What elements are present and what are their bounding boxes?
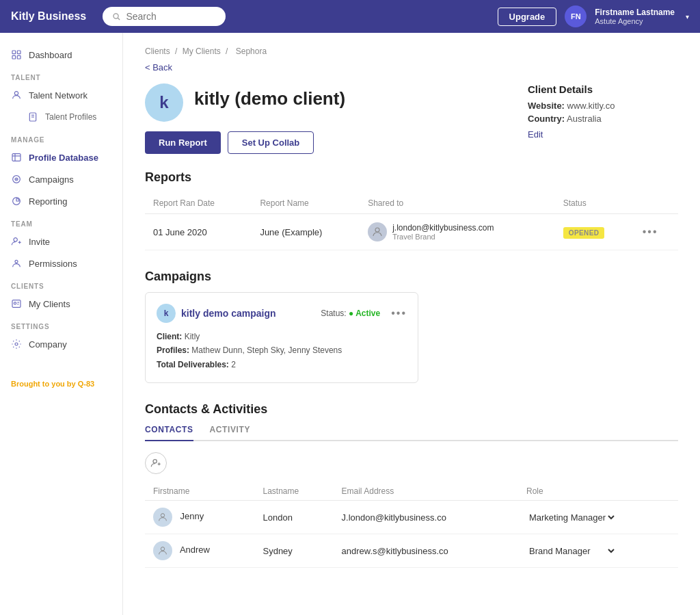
campaign-status: Status: ● Active (321, 309, 380, 318)
sidebar-item-profile-database[interactable]: Profile Database (0, 146, 122, 168)
tab-contacts[interactable]: CONTACTS (145, 425, 193, 441)
campaigns-label: Campaigns (29, 174, 74, 185)
col-report-date: Report Ran Date (145, 193, 252, 214)
client-details-title: Client Details (528, 83, 678, 95)
status-value: ● (349, 309, 355, 318)
report-more-actions[interactable]: ••• (634, 214, 678, 250)
svg-point-31 (161, 547, 164, 551)
sidebar: Dashboard TALENT Talent Network Talent P… (0, 33, 123, 615)
contact-avatar-1 (153, 508, 172, 527)
client-logo: k (145, 83, 183, 122)
report-name: June (Example) (252, 214, 360, 250)
back-link[interactable]: < Back (145, 62, 172, 73)
report-shared: j.london@kitlybusiness.com Travel Brand (360, 214, 555, 250)
client-country-row: Country: Australia (528, 114, 678, 124)
upgrade-button[interactable]: Upgrade (498, 8, 557, 26)
shared-avatar (368, 222, 387, 241)
avatar: FN (565, 5, 587, 27)
sidebar-item-reporting[interactable]: Reporting (0, 190, 122, 212)
sidebar-item-talent-network[interactable]: Talent Network (0, 84, 122, 106)
status-label: Status: (321, 309, 346, 318)
breadcrumb-clients[interactable]: Clients (145, 47, 170, 56)
profile-database-icon (11, 152, 22, 163)
reports-section-title: Reports (145, 170, 678, 185)
search-input[interactable] (126, 11, 216, 22)
campaigns-icon (11, 174, 22, 185)
svg-point-20 (15, 260, 18, 263)
company-label: Company (29, 339, 67, 350)
col-status: Status (555, 193, 634, 214)
add-contact-button[interactable] (145, 452, 167, 474)
contact-email-1: J.london@kitlybusiness.co (334, 501, 518, 534)
contact-firstname-1: Jenny (145, 501, 254, 534)
col-firstname: Firstname (145, 482, 254, 501)
campaign-profiles-row: Profiles: Mathew Dunn, Steph Sky, Jenny … (157, 343, 407, 357)
topnav: Kitly Business Upgrade FN Firstname Last… (0, 0, 700, 33)
settings-section-label: SETTINGS (0, 315, 122, 333)
sidebar-item-dashboard[interactable]: Dashboard (0, 44, 122, 66)
svg-point-30 (161, 514, 164, 517)
search-bar[interactable] (103, 7, 226, 26)
client-header: k kitly (demo client) Run Report Set Up … (145, 83, 678, 154)
sidebar-item-permissions[interactable]: Permissions (0, 252, 122, 274)
sidebar-item-campaigns[interactable]: Campaigns (0, 168, 122, 190)
run-report-button[interactable]: Run Report (145, 131, 221, 154)
user-name: Firstname Lastname (595, 8, 675, 17)
contacts-section: Contacts & Activities CONTACTS ACTIVITY … (145, 402, 678, 568)
contact-role-2[interactable]: Brand Manager Marketing Manager (518, 534, 678, 568)
breadcrumb-current: Sephora (236, 47, 267, 56)
shared-email: j.london@kitlybusiness.com (392, 223, 494, 233)
reporting-label: Reporting (29, 196, 67, 207)
campaign-more-button[interactable]: ••• (391, 307, 407, 319)
sidebar-item-my-clients[interactable]: My Clients (0, 293, 122, 315)
campaign-name[interactable]: kitly demo campaign (181, 308, 275, 319)
talent-profiles-icon (27, 112, 38, 122)
breadcrumb-sep1: / (175, 47, 180, 56)
svg-point-0 (113, 14, 118, 18)
svg-rect-5 (17, 55, 21, 59)
edit-link[interactable]: Edit (528, 129, 543, 140)
app-brand: Kitly Business (11, 10, 86, 23)
svg-point-25 (15, 343, 18, 345)
user-menu-chevron[interactable]: ▾ (686, 13, 689, 21)
user-agency: Astute Agency (595, 17, 675, 25)
report-date: 01 June 2020 (145, 214, 252, 250)
status-badge: OPENED (563, 227, 605, 239)
col-actions (634, 193, 678, 214)
sidebar-item-invite[interactable]: Invite (0, 231, 122, 252)
col-shared-to: Shared to (360, 193, 555, 214)
contacts-tabs: CONTACTS ACTIVITY (145, 425, 678, 441)
contacts-table: Firstname Lastname Email Address Role Je… (145, 482, 678, 568)
branding-brand[interactable]: Q-83 (78, 380, 94, 388)
contact-role-1[interactable]: Marketing Manager Brand Manager (518, 501, 678, 534)
clients-section-label: CLIENTS (0, 274, 122, 293)
layout: Dashboard TALENT Talent Network Talent P… (0, 33, 700, 615)
table-row: 01 June 2020 June (Example) j.london@kit… (145, 214, 678, 250)
contact-firstname-2: Andrew (145, 534, 254, 568)
more-options-button[interactable]: ••• (643, 226, 658, 238)
campaign-card: k kitly demo campaign Status: ● Active •… (145, 292, 418, 383)
client-website-row: Website: www.kitly.co (528, 101, 678, 111)
set-up-collab-button[interactable]: Set Up Collab (228, 131, 314, 154)
company-icon (11, 339, 22, 350)
invite-label: Invite (29, 237, 50, 247)
sidebar-item-company[interactable]: Company (0, 333, 122, 355)
reports-table: Report Ran Date Report Name Shared to St… (145, 193, 678, 250)
topnav-right: Upgrade FN Firstname Lastname Astute Age… (498, 5, 689, 27)
svg-rect-3 (17, 51, 21, 54)
contact-email-2: andrew.s@kitlybusiness.co (334, 534, 518, 568)
search-icon (112, 12, 120, 21)
permissions-icon (11, 258, 22, 269)
client-name: kitly (demo client) (194, 88, 345, 109)
contact-avatar-2 (153, 541, 172, 560)
profile-database-label: Profile Database (29, 153, 98, 163)
tab-activity[interactable]: ACTIVITY (210, 425, 250, 441)
role-select-1[interactable]: Marketing Manager Brand Manager (526, 512, 617, 523)
role-select-2[interactable]: Brand Manager Marketing Manager (526, 545, 617, 557)
svg-rect-4 (12, 55, 16, 59)
svg-point-15 (16, 179, 17, 180)
contact-row: Jenny London J.london@kitlybusiness.co M… (145, 501, 678, 534)
talent-section-label: TALENT (0, 66, 122, 84)
breadcrumb-my-clients[interactable]: My Clients (183, 47, 221, 56)
sidebar-item-talent-profiles[interactable]: Talent Profiles (0, 106, 122, 128)
